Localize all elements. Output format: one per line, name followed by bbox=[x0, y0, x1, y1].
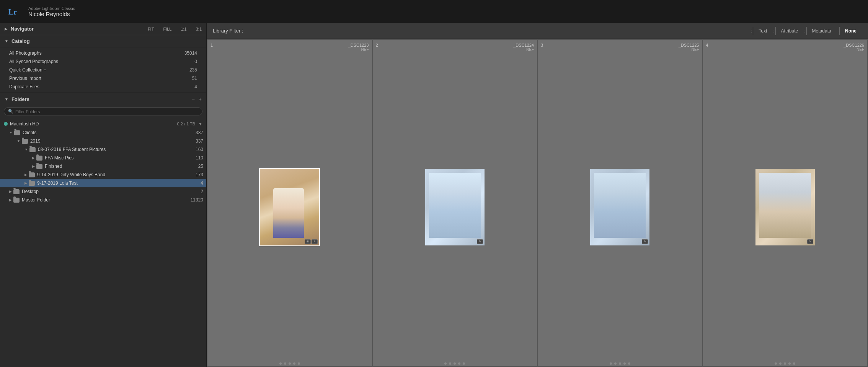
desktop-name: Desktop bbox=[22, 189, 201, 194]
folder-item-finished[interactable]: ▶ Finished 25 bbox=[0, 162, 206, 171]
desktop-count: 2 bbox=[201, 189, 203, 194]
catalog-item-prev[interactable]: Previous Import 51 bbox=[0, 74, 206, 83]
navigator-header[interactable]: ▶ Navigator FIT FILL 1:1 3:1 bbox=[0, 23, 206, 35]
catalog-triangle: ▼ bbox=[5, 39, 8, 43]
left-panel: ▶ Navigator FIT FILL 1:1 3:1 ▼ Catalog A… bbox=[0, 23, 207, 367]
photo-meta-1: _DSC1223 NEF bbox=[348, 43, 369, 52]
nav-3-1[interactable]: 3:1 bbox=[196, 27, 202, 31]
dot-1-2 bbox=[284, 362, 286, 365]
filter-opt-metadata[interactable]: Metadata bbox=[806, 27, 837, 35]
dot-2-2 bbox=[449, 362, 451, 365]
filter-divider-3: : bbox=[837, 28, 839, 34]
dot-3-5 bbox=[628, 362, 630, 365]
navigator-triangle: ▶ bbox=[5, 27, 8, 31]
band-name: 9-14-2019 Dirty White Boys Band bbox=[37, 172, 196, 177]
filter-opt-attribute[interactable]: Attribute bbox=[775, 27, 804, 35]
photo-header-4: 4 _DSC1226 NEF bbox=[706, 43, 865, 52]
photo-filename-3: _DSC1225 bbox=[679, 43, 699, 47]
drive-indicator bbox=[4, 122, 8, 126]
badge-icon-edit-1: ✎ bbox=[312, 239, 318, 244]
photo-thumb-1[interactable]: ⊞ ✎ bbox=[259, 168, 320, 246]
folders-plus[interactable]: + bbox=[199, 96, 202, 102]
folder-item-desktop[interactable]: ▶ Desktop 2 bbox=[0, 187, 206, 196]
clients-name: Clients bbox=[23, 130, 196, 135]
photo-sim-1 bbox=[260, 169, 319, 245]
photo-dots-1 bbox=[279, 362, 300, 365]
main-layout: ▶ Navigator FIT FILL 1:1 3:1 ▼ Catalog A… bbox=[0, 23, 868, 367]
app-info: Adobe Lightroom Classic Nicole Reynolds bbox=[28, 6, 75, 17]
catalog-header[interactable]: ▼ Catalog bbox=[0, 35, 206, 47]
photo-cell-1[interactable]: 1 _DSC1223 NEF ⊞ ✎ bbox=[207, 40, 372, 366]
photo-header-1: 1 _DSC1223 NEF bbox=[210, 43, 369, 52]
finished-folder-icon bbox=[36, 164, 42, 169]
drive-arrow: ▼ bbox=[198, 122, 202, 126]
drive-item[interactable]: Macintosh HD 0.2 / 1 TB ▼ bbox=[0, 119, 206, 128]
catalog-label-4: Duplicate Files bbox=[9, 84, 194, 89]
folder-item-lola[interactable]: ▶ 9-17-2019 Lola Test 4 bbox=[0, 179, 206, 187]
folder-item-ffa-pics[interactable]: ▼ 08-07-2019 FFA Student Pictures 160 bbox=[0, 145, 206, 154]
photo-thumb-4[interactable]: ✎ bbox=[755, 168, 816, 246]
nav-1-1[interactable]: 1:1 bbox=[181, 27, 186, 31]
photo-cell-4[interactable]: 4 _DSC1226 NEF ✎ bbox=[703, 40, 868, 366]
dot-3-3 bbox=[619, 362, 621, 365]
library-filter-label: Library Filter : bbox=[213, 28, 243, 34]
dot-1-3 bbox=[289, 362, 291, 365]
lola-arrow: ▶ bbox=[24, 181, 27, 185]
lola-folder-icon bbox=[29, 181, 35, 186]
catalog-title: Catalog bbox=[11, 38, 202, 44]
photo-thumb-3[interactable]: ✎ bbox=[589, 168, 650, 246]
catalog-item-all-photos[interactable]: All Photographs 35014 bbox=[0, 49, 206, 57]
folders-title: Folders bbox=[11, 96, 192, 102]
photo-header-3: 3 _DSC1225 NEF bbox=[541, 43, 699, 52]
photo-cell-2[interactable]: 2 _DSC1224 NEF ✎ bbox=[373, 40, 537, 366]
folder-item-clients[interactable]: ▼ Clients 337 bbox=[0, 128, 206, 137]
folders-minus[interactable]: − bbox=[192, 96, 195, 102]
drive-meta: 0.2 / 1 TB bbox=[177, 122, 196, 126]
folder-item-master[interactable]: ▶ Master Folder 11320 bbox=[0, 196, 206, 204]
photo-filename-1: _DSC1223 bbox=[348, 43, 369, 47]
dot-2-5 bbox=[463, 362, 465, 365]
filter-opt-none[interactable]: None bbox=[839, 27, 862, 35]
band-arrow: ▶ bbox=[24, 173, 27, 177]
nav-fit[interactable]: FIT bbox=[148, 27, 154, 31]
filter-box[interactable]: 🔍 bbox=[4, 107, 202, 115]
folder-tree: Macintosh HD 0.2 / 1 TB ▼ ▼ Clients 337 … bbox=[0, 118, 206, 206]
lr-logo: Lr bbox=[6, 3, 23, 20]
folder-item-2019[interactable]: ▼ 2019 337 bbox=[0, 137, 206, 145]
2019-folder-icon bbox=[22, 139, 28, 144]
photo-thumb-container-4: ✎ bbox=[706, 54, 865, 360]
app-name-sub: Adobe Lightroom Classic bbox=[28, 6, 75, 11]
filter-options: : Text : Attribute : Metadata : None bbox=[750, 27, 862, 35]
navigator-options: FIT FILL 1:1 3:1 bbox=[148, 27, 202, 31]
photo-header-2: 2 _DSC1224 NEF bbox=[376, 43, 534, 52]
filter-opt-text[interactable]: Text bbox=[753, 27, 772, 35]
photo-filename-2: _DSC1224 bbox=[513, 43, 534, 47]
catalog-count-2: 235 bbox=[189, 67, 197, 73]
photo-meta-3: _DSC1225 NEF bbox=[679, 43, 699, 52]
band-count: 173 bbox=[196, 172, 203, 177]
desktop-folder-icon bbox=[13, 189, 20, 194]
photo-thumb-2[interactable]: ✎ bbox=[424, 168, 485, 246]
folder-item-band[interactable]: ▶ 9-14-2019 Dirty White Boys Band 173 bbox=[0, 171, 206, 179]
photo-cell-3[interactable]: 3 _DSC1225 NEF ✎ bbox=[538, 40, 702, 366]
badge-icon-edit-3: ✎ bbox=[642, 239, 648, 244]
catalog-item-dupes[interactable]: Duplicate Files 4 bbox=[0, 83, 206, 91]
folder-item-ffa-misc[interactable]: ▶ FFA Misc Pics 110 bbox=[0, 154, 206, 162]
filter-divider-1: : bbox=[773, 28, 774, 34]
clients-count: 337 bbox=[196, 130, 203, 135]
folders-header[interactable]: ▼ Folders − + bbox=[0, 93, 206, 105]
filter-folders-input[interactable] bbox=[15, 109, 198, 114]
photo-dots-4 bbox=[775, 362, 795, 365]
right-panel: Library Filter : : Text : Attribute : Me… bbox=[207, 23, 868, 367]
photo-format-1: NEF bbox=[348, 47, 369, 52]
catalog-item-synced[interactable]: All Synced Photographs 0 bbox=[0, 57, 206, 66]
ffa-pics-count: 160 bbox=[196, 147, 203, 152]
master-arrow: ▶ bbox=[9, 198, 12, 202]
photo-format-4: NEF bbox=[844, 47, 864, 52]
search-icon: 🔍 bbox=[8, 109, 13, 114]
nav-fill[interactable]: FILL bbox=[163, 27, 171, 31]
svg-text:Lr: Lr bbox=[8, 8, 17, 16]
lola-name: 9-17-2019 Lola Test bbox=[37, 180, 201, 186]
catalog-item-quick[interactable]: Quick Collection + 235 bbox=[0, 66, 206, 74]
dot-4-4 bbox=[788, 362, 791, 365]
